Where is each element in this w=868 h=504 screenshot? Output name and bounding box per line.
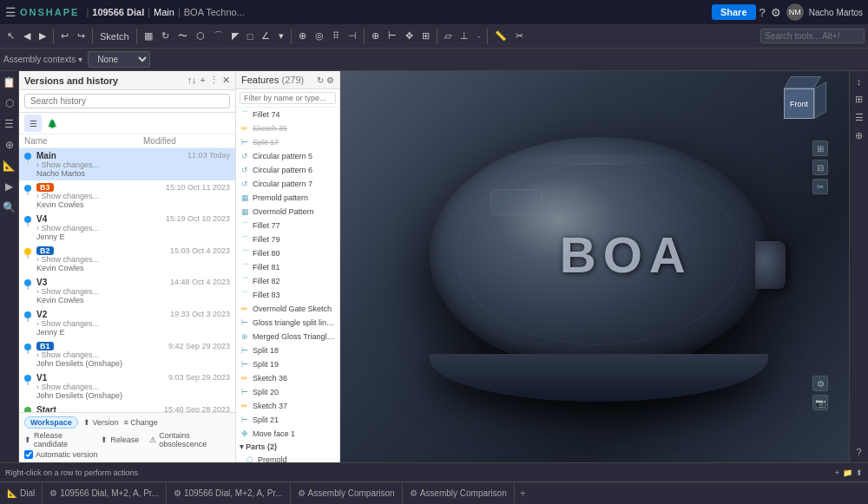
sketch-button[interactable]: Sketch [96, 29, 133, 43]
tool-mate[interactable]: ⊕ [295, 29, 310, 43]
release-candidate-btn[interactable]: ⬆ Release candidate [24, 431, 90, 448]
sidebar-parts-icon[interactable]: ⬡ [3, 95, 16, 111]
sidebar-features-icon[interactable]: ☰ [3, 116, 16, 132]
feature-moveface1[interactable]: ✥ Move face 1 [236, 427, 339, 441]
workspace-tag[interactable]: Workspace [24, 416, 78, 429]
feature-fillet77[interactable]: ⌒ Fillet 77 [236, 219, 339, 232]
assembly-contexts-label[interactable]: Assembly contexts ▾ [3, 55, 82, 64]
viewport[interactable]: BOA Front ⊞ ⊟ ✂ ⚙ [340, 71, 849, 462]
version-sub-v2[interactable]: › Show changes... [36, 319, 167, 328]
feature-fillet80[interactable]: ⌒ Fillet 80 [236, 246, 339, 260]
features-refresh-icon[interactable]: ↻ [317, 75, 324, 85]
sidebar-inspect-icon[interactable]: 🔍 [1, 200, 17, 215]
version-item-b1[interactable]: B1 › Show changes... John Desilets (Onsh… [19, 339, 235, 370]
version-item-main[interactable]: Main › Show changes... Nacho Martos 11:0… [19, 148, 235, 180]
user-avatar[interactable]: NM [786, 3, 804, 21]
version-item-start[interactable]: Start Jenny E 15:40 Sep 28 2023 [19, 403, 235, 412]
tabs-more-button[interactable]: + [515, 488, 531, 500]
tool-axis[interactable]: ⊥ [457, 29, 472, 43]
version-sub-b1[interactable]: › Show changes... [36, 350, 165, 359]
version-sub-v4[interactable]: › Show changes... [36, 224, 162, 232]
tab-dial[interactable]: 📐 Dial [0, 482, 43, 504]
settings-icon[interactable]: ⚙ [771, 6, 781, 19]
versions-search-input[interactable] [24, 94, 230, 108]
tab-dial-m2-2[interactable]: ⚙ 109566 Dial, M+2, A, Pr... [167, 482, 291, 504]
status-folder-icon[interactable]: 📁 [843, 468, 852, 477]
right-icon-4[interactable]: ⊕ [853, 128, 865, 143]
version-item-v1[interactable]: V1 › Show changes... John Desilets (Onsh… [19, 370, 235, 403]
tool-split[interactable]: ⊢ [385, 29, 400, 43]
share-button[interactable]: Share [712, 4, 756, 20]
tool-back[interactable]: ◀ [20, 29, 34, 43]
versions-add-icon[interactable]: + [201, 75, 206, 86]
right-icon-bottom[interactable]: ? [854, 445, 863, 459]
feature-fillet79[interactable]: ⌒ Fillet 79 [236, 232, 339, 246]
feature-sketch36[interactable]: ✏ Sketch 36 [236, 371, 339, 385]
auto-version[interactable]: Automatic version [24, 450, 230, 459]
viewport-section-icon[interactable]: ✂ [812, 179, 828, 194]
right-icon-3[interactable]: ☰ [853, 110, 865, 125]
feature-gloss-split[interactable]: ⊢ Gloss triangle split line... [236, 316, 339, 330]
tool-point[interactable]: · [474, 29, 483, 43]
feature-premold[interactable]: ▦ Premold pattern [236, 191, 339, 205]
right-icon-2[interactable]: ⊞ [853, 92, 865, 107]
feature-fillet83[interactable]: ⌒ Fillet 83 [236, 288, 339, 302]
feature-fillet82[interactable]: ⌒ Fillet 82 [236, 274, 339, 288]
assembly-contexts-dropdown[interactable]: None [88, 51, 150, 68]
tool-hole[interactable]: ◎ [312, 29, 327, 43]
viewport-grid-icon[interactable]: ⊟ [812, 160, 828, 175]
viewport-camera-icon[interactable]: 📷 [812, 395, 828, 410]
feature-fillet74[interactable]: ⌒ Fillet 74 [236, 108, 339, 121]
version-item-b3[interactable]: B3 › Show changes... Kevin Cowles 15:10 … [19, 180, 235, 212]
version-sub-b3[interactable]: › Show changes... [36, 192, 162, 200]
tool-measure[interactable]: 📏 [491, 29, 510, 43]
sidebar-drawing-icon[interactable]: 📐 [1, 158, 17, 173]
tool-undo[interactable]: ↩ [57, 29, 72, 43]
features-menu-icon[interactable]: ⚙ [326, 75, 334, 85]
tool-loft[interactable]: ⬡ [193, 29, 208, 43]
features-filter-input[interactable] [240, 92, 336, 104]
tool-mirror[interactable]: ⊣ [345, 29, 360, 43]
version-item-v2[interactable]: V2 › Show changes... Jenny E 19:33 Oct 3… [19, 307, 235, 339]
viewport-settings-icon[interactable]: ⚙ [812, 376, 828, 391]
status-add-icon[interactable]: + [835, 468, 839, 477]
feature-fillet81[interactable]: ⌒ Fillet 81 [236, 260, 339, 274]
help-icon[interactable]: ? [760, 6, 766, 19]
tool-move[interactable]: ✥ [402, 29, 417, 43]
tool-forward[interactable]: ▶ [36, 29, 49, 43]
tool-boolean[interactable]: ⊕ [368, 29, 383, 43]
feature-split19[interactable]: ⊢ Split 19 [236, 357, 339, 371]
sidebar-assembly-icon[interactable]: ⊕ [3, 137, 16, 153]
version-sub-v1[interactable]: › Show changes... [36, 383, 165, 391]
tool-section[interactable]: ✂ [512, 29, 527, 43]
right-icon-1[interactable]: ↕ [855, 75, 864, 88]
feature-overmold-gate[interactable]: ✏ Overmold Gate Sketch [236, 302, 339, 316]
tab-main-label[interactable]: Main [154, 7, 174, 17]
tab-dial-m2-1[interactable]: ⚙ 109566 Dial, M+2, A, Pr... [43, 482, 167, 504]
versions-collapse-icon[interactable]: ✕ [222, 75, 230, 86]
auto-version-checkbox[interactable] [24, 450, 33, 459]
feature-split21[interactable]: ⊢ Split 21 [236, 413, 339, 427]
viewport-zoom-fit-icon[interactable]: ⊞ [812, 141, 828, 156]
part-premold[interactable]: ⬡ Premold [236, 453, 339, 462]
tab-assembly-comparison-2[interactable]: ⚙ Assembly Comparison [403, 482, 515, 504]
sidebar-simulate-icon[interactable]: ▶ [3, 179, 15, 194]
change-label[interactable]: ≡ Change [123, 418, 157, 427]
cube-navigator[interactable]: Front [775, 80, 823, 128]
parts-section[interactable]: ▾ Parts (2) [236, 441, 339, 453]
feature-merged-gloss[interactable]: ⊕ Merged Gloss Triangle ... [236, 330, 339, 344]
versions-sort-icon[interactable]: ↑↓ [187, 75, 197, 86]
version-tab-list[interactable]: ☰ [24, 115, 42, 132]
release-btn[interactable]: ⬆ Release [101, 435, 139, 444]
hamburger-icon[interactable]: ☰ [5, 5, 16, 19]
tab-boa-label[interactable]: BOA Techno... [184, 7, 245, 17]
tool-chamfer[interactable]: ◤ [228, 29, 242, 43]
tool-shell[interactable]: □ [244, 29, 257, 43]
feature-sketch37[interactable]: ✏ Sketch 37 [236, 399, 339, 413]
tool-pattern[interactable]: ⠿ [329, 29, 343, 43]
tool-fillet[interactable]: ⌒ [210, 28, 227, 44]
tool-plane[interactable]: ▱ [441, 29, 455, 43]
feature-circular5[interactable]: ↺ Circular pattern 5 [236, 149, 339, 163]
tab-assembly-comparison-1[interactable]: ⚙ Assembly Comparison [291, 482, 403, 504]
tool-arrow[interactable]: ↖ [3, 29, 18, 43]
